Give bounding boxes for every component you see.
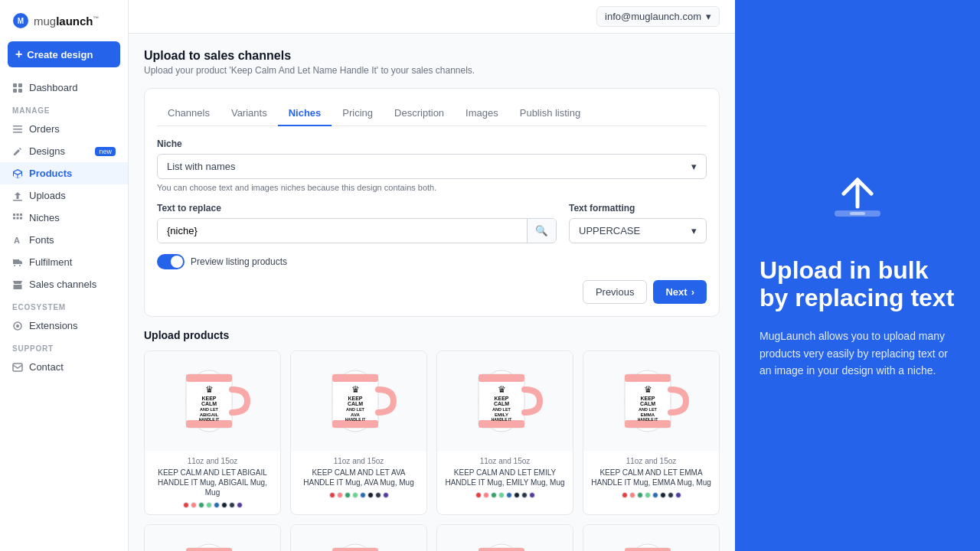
text-formatting-label: Text formatting	[569, 203, 707, 214]
tab-variants[interactable]: Variants	[220, 101, 278, 126]
fonts-label: Fonts	[29, 234, 54, 246]
upload-products-title: Upload products	[144, 329, 720, 341]
sidebar-item-orders[interactable]: Orders	[0, 118, 128, 140]
sidebar-item-designs[interactable]: Designs new	[0, 140, 128, 162]
product-name: KEEP CALM AND LET EMMA HANDLE IT Mug, EM…	[590, 468, 713, 487]
sidebar-item-fonts[interactable]: A Fonts	[0, 229, 128, 251]
store-icon	[12, 279, 23, 290]
svg-rect-101	[850, 212, 865, 215]
svg-text:KEEP: KEEP	[640, 396, 655, 401]
tab-channels[interactable]: Channels	[157, 101, 220, 126]
next-button[interactable]: Next ›	[653, 280, 707, 304]
contact-icon	[12, 362, 23, 373]
svg-text:CALM: CALM	[639, 401, 655, 406]
mug-image: ♛ KEEP CALM AND LET HANNAH HANDLE IT	[317, 533, 401, 551]
svg-text:♛: ♛	[204, 384, 213, 395]
tab-niches[interactable]: Niches	[278, 101, 332, 126]
logo: M muglaunch™	[0, 0, 128, 41]
manage-section-label: MANAGE	[0, 99, 128, 118]
fulfilment-label: Fulfilment	[29, 256, 72, 268]
logo-text: muglaunch™	[34, 15, 100, 28]
svg-rect-42	[479, 374, 524, 382]
svg-rect-8	[13, 132, 22, 133]
color-swatch	[629, 492, 635, 498]
sidebar-item-products[interactable]: Products	[0, 162, 128, 184]
niches-label: Niches	[29, 212, 60, 223]
svg-text:KEEP: KEEP	[201, 396, 216, 401]
product-name: KEEP CALM AND LET AVA HANDLE IT Mug, AVA…	[297, 468, 420, 487]
product-card[interactable]: ♛ KEEP CALM AND LET ISABELLA HANDLE IT 1…	[436, 524, 573, 551]
product-card[interactable]: ♛ KEEP CALM AND LET EMMA HANDLE IT 11oz …	[583, 350, 720, 515]
svg-text:AND LET: AND LET	[346, 407, 364, 412]
color-swatch	[237, 502, 243, 508]
color-swatch	[221, 502, 227, 508]
color-swatch	[529, 492, 535, 498]
color-swatch	[506, 492, 512, 498]
tab-pricing[interactable]: Pricing	[332, 101, 384, 126]
product-card[interactable]: ♛ KEEP CALM AND LET EMILY HANDLE IT 11oz…	[436, 350, 573, 515]
create-design-button[interactable]: + Create design	[8, 41, 120, 67]
content-area: Upload to sales channels Upload your pro…	[129, 34, 735, 551]
tab-images[interactable]: Images	[455, 101, 509, 126]
color-swatch	[475, 492, 482, 498]
text-replace-input[interactable]	[158, 219, 527, 243]
preview-toggle[interactable]	[157, 254, 185, 269]
product-image-area: ♛ KEEP CALM AND LET ISABELLA HANDLE IT	[437, 525, 573, 551]
product-card[interactable]: ♛ KEEP CALM AND LET JACK HANDLE IT 11oz …	[583, 524, 720, 551]
extensions-label: Extensions	[29, 320, 78, 331]
svg-rect-15	[20, 217, 22, 219]
svg-rect-13	[13, 217, 15, 219]
svg-text:♛: ♛	[351, 384, 359, 395]
text-formatting-value: UPPERCASE	[579, 225, 640, 236]
extension-icon	[12, 321, 23, 331]
user-menu[interactable]: info@muglaunch.com ▾	[596, 6, 720, 27]
navigation-buttons: Previous Next ›	[157, 280, 707, 304]
svg-rect-52	[625, 374, 671, 382]
truck-icon	[12, 257, 23, 268]
product-image-area: ♛ KEEP CALM AND LET ETHAN HANDLE IT	[145, 525, 280, 551]
color-swatch	[345, 492, 351, 498]
product-size: 11oz and 15oz	[297, 457, 420, 465]
tab-bar: Channels Variants Niches Pricing Descrip…	[157, 101, 707, 126]
sidebar-item-dashboard[interactable]: Dashboard	[0, 77, 128, 99]
pen-icon	[12, 146, 23, 157]
color-swatch	[375, 492, 381, 498]
sidebar-item-fulfilment[interactable]: Fulfilment	[0, 251, 128, 273]
sidebar-item-contact[interactable]: Contact	[0, 356, 128, 378]
svg-rect-32	[332, 374, 378, 382]
svg-rect-10	[13, 214, 15, 216]
mug-image: ♛ KEEP CALM AND LET ABIGAIL HANDLE IT	[171, 359, 255, 443]
svg-text:CALM: CALM	[347, 401, 362, 406]
svg-rect-22	[186, 374, 232, 382]
sidebar-item-sales-channels[interactable]: Sales channels	[0, 273, 128, 295]
text-formatting-select[interactable]: UPPERCASE ▾	[569, 218, 707, 243]
svg-text:HANDLE IT: HANDLE IT	[637, 417, 658, 422]
text-replace-col: Text to replace 🔍	[157, 203, 557, 243]
niche-select[interactable]: List with names ▾	[157, 154, 707, 179]
designs-badge: new	[95, 147, 116, 156]
sidebar: M muglaunch™ + Create design Dashboard M…	[0, 0, 129, 551]
svg-rect-9	[13, 200, 22, 201]
sales-channels-label: Sales channels	[29, 279, 96, 290]
tab-publish-listing[interactable]: Publish listing	[509, 101, 592, 126]
svg-rect-5	[18, 89, 22, 93]
color-swatch	[368, 492, 374, 498]
sidebar-item-extensions[interactable]: Extensions	[0, 315, 128, 337]
color-swatch	[329, 492, 335, 498]
sidebar-item-uploads[interactable]: Uploads	[0, 184, 128, 207]
tab-description[interactable]: Description	[384, 101, 455, 126]
product-size: 11oz and 15oz	[443, 457, 567, 465]
product-card[interactable]: ♛ KEEP CALM AND LET AVA HANDLE IT 11oz a…	[290, 350, 427, 515]
product-card[interactable]: ♛ KEEP CALM AND LET ABIGAIL HANDLE IT 11…	[144, 350, 281, 515]
orders-label: Orders	[29, 123, 60, 135]
product-card[interactable]: ♛ KEEP CALM AND LET ETHAN HANDLE IT 11oz…	[144, 524, 281, 551]
color-swatches	[443, 492, 567, 498]
sidebar-item-niches[interactable]: Niches	[0, 207, 128, 229]
color-swatch	[491, 492, 497, 498]
niche-select-value: List with names	[167, 161, 236, 172]
text-search-button[interactable]: 🔍	[527, 219, 556, 243]
color-swatch	[675, 492, 681, 498]
color-swatch	[498, 492, 505, 498]
previous-button[interactable]: Previous	[583, 280, 648, 304]
product-card[interactable]: ♛ KEEP CALM AND LET HANNAH HANDLE IT 11o…	[290, 524, 427, 551]
